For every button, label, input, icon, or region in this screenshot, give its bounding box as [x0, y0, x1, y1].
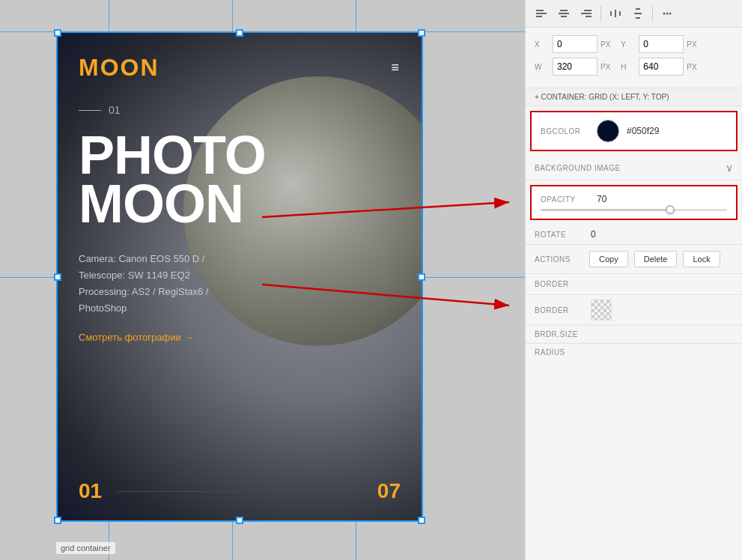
- bgcolor-label: BGCOLOR: [541, 127, 589, 136]
- card-content: MOON ≡ 01 PHOTO MOON Camera: Canon EOS 5…: [56, 31, 423, 522]
- brdrsize-label: BRDR.SIZE: [535, 330, 583, 338]
- opacity-row: OPACITY: [541, 194, 727, 204]
- svg-rect-15: [636, 8, 640, 10]
- svg-rect-6: [560, 10, 568, 11]
- align-center-icon[interactable]: [554, 4, 574, 23]
- moon-card[interactable]: MOON ≡ 01 PHOTO MOON Camera: Canon EOS 5…: [56, 31, 423, 522]
- photo-title: PHOTO MOON: [79, 131, 401, 228]
- radius-label: RADIUS: [535, 348, 583, 356]
- h-unit: PX: [687, 63, 696, 71]
- lock-button[interactable]: Lock: [683, 251, 720, 267]
- canvas-label: grid container: [56, 542, 115, 554]
- opacity-label: OPACITY: [541, 195, 589, 204]
- distribute-v-icon[interactable]: [628, 4, 648, 23]
- bgcolor-section: BGCOLOR #050f29: [530, 111, 738, 151]
- align-right-icon[interactable]: [577, 4, 596, 23]
- svg-rect-13: [615, 10, 616, 17]
- x-unit: PX: [600, 40, 610, 49]
- container-label: + CONTAINER: GRID (X: LEFT, Y: TOP): [526, 88, 742, 106]
- align-left-icon[interactable]: [532, 4, 551, 23]
- svg-rect-10: [581, 13, 592, 14]
- expand-icon[interactable]: ∨: [726, 162, 733, 174]
- svg-rect-4: [536, 13, 547, 14]
- w-unit: PX: [600, 63, 610, 71]
- card-header: MOON ≡: [79, 54, 401, 82]
- rotate-value: 0: [591, 229, 596, 240]
- svg-rect-9: [584, 10, 592, 11]
- opacity-input[interactable]: [597, 194, 627, 204]
- svg-rect-3: [536, 10, 544, 11]
- bgcolor-row: BGCOLOR #050f29: [541, 120, 727, 142]
- border-checker[interactable]: [591, 299, 612, 320]
- border-row: BORDER: [526, 295, 742, 326]
- right-panel: X PX Y PX W PX H PX + CONTAINER: GRID (X…: [525, 0, 742, 560]
- border-label: BORDER: [535, 306, 583, 314]
- h-label: H: [621, 63, 636, 71]
- section-number: 01: [79, 104, 401, 116]
- distribute-h-icon[interactable]: [606, 4, 625, 23]
- opacity-section: OPACITY: [530, 185, 738, 220]
- svg-rect-5: [536, 16, 542, 17]
- rotate-row: ROTATE 0: [526, 225, 742, 245]
- w-label: W: [535, 63, 550, 71]
- menu-icon: ≡: [391, 60, 401, 76]
- panel-toolbar: [526, 0, 742, 28]
- x-input[interactable]: [553, 35, 597, 53]
- footer-line: [117, 491, 362, 492]
- position-size-section: X PX Y PX W PX H PX: [526, 28, 742, 88]
- svg-rect-11: [586, 16, 592, 17]
- svg-point-19: [666, 13, 669, 15]
- bgcolor-swatch[interactable]: [597, 120, 619, 142]
- bg-image-section: BACKGROUND IMAGE ∨: [526, 156, 742, 180]
- bg-image-label: BACKGROUND IMAGE: [535, 164, 621, 172]
- toolbar-separator-2: [652, 6, 653, 21]
- w-input[interactable]: [553, 58, 597, 76]
- svg-rect-14: [619, 11, 621, 16]
- y-unit: PX: [687, 40, 696, 49]
- copy-button[interactable]: Copy: [589, 251, 628, 267]
- photo-title-line1: PHOTO: [79, 131, 401, 180]
- opacity-slider-track[interactable]: [541, 209, 727, 211]
- toolbar-separator-1: [600, 6, 601, 21]
- footer-start: 01: [79, 479, 102, 503]
- xy-row: X PX Y PX: [535, 35, 733, 53]
- moon-brand-title: MOON: [79, 54, 159, 82]
- x-label: X: [535, 40, 550, 49]
- svg-rect-8: [561, 16, 567, 17]
- svg-rect-16: [634, 13, 642, 14]
- rotate-label: ROTATE: [535, 231, 583, 239]
- photo-title-line2: MOON: [79, 180, 401, 228]
- brdrsize-row: BRDR.SIZE: [526, 326, 742, 344]
- radius-row: RADIUS: [526, 344, 742, 361]
- actions-label: ACTIONS: [535, 255, 583, 264]
- delete-button[interactable]: Delete: [634, 251, 678, 267]
- opacity-slider-thumb[interactable]: [666, 205, 675, 214]
- y-input[interactable]: [639, 35, 684, 53]
- camera-info: Camera: Canon EOS 550 D / Telescope: SW …: [79, 251, 401, 317]
- bgcolor-value: #050f29: [627, 126, 659, 136]
- card-footer: 01 07: [79, 479, 401, 503]
- more-options-icon[interactable]: [657, 4, 677, 23]
- svg-rect-7: [559, 13, 569, 14]
- svg-point-20: [669, 13, 672, 15]
- svg-point-18: [663, 13, 666, 15]
- border-section-header: BORDER: [526, 274, 742, 295]
- svg-rect-12: [610, 11, 612, 16]
- cta-link[interactable]: Смотреть фотографии →: [79, 332, 401, 343]
- y-label: Y: [621, 40, 636, 49]
- actions-row: ACTIONS Copy Delete Lock: [526, 245, 742, 274]
- canvas-area: MOON ≡ 01 PHOTO MOON Camera: Canon EOS 5…: [0, 0, 525, 560]
- footer-end: 07: [377, 479, 401, 503]
- svg-rect-17: [636, 17, 640, 19]
- h-input[interactable]: [639, 58, 684, 76]
- wh-row: W PX H PX: [535, 58, 733, 76]
